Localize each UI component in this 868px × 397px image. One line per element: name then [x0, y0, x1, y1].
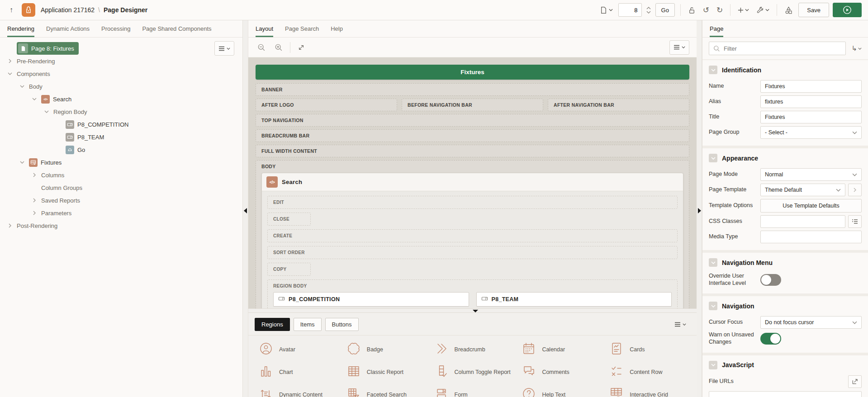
search-region-header[interactable]: </> Search: [262, 173, 683, 191]
tree-item-region-body[interactable]: Region Body: [3, 105, 242, 118]
tree-item-parameters[interactable]: Parameters: [3, 207, 242, 219]
tree-item-columns[interactable]: Columns: [3, 169, 242, 181]
tab-dynamic-actions[interactable]: Dynamic Actions: [46, 20, 90, 37]
gallery-menu-button[interactable]: [670, 317, 690, 331]
chevron-right-icon[interactable]: [6, 223, 14, 228]
undo-icon[interactable]: ↺: [701, 4, 711, 17]
save-button[interactable]: Save: [798, 3, 829, 17]
section-collapse-icon[interactable]: [709, 302, 717, 310]
tree-item-pre-rendering[interactable]: Pre-Rendering: [3, 55, 242, 67]
gallery-item-avatar[interactable]: Avatar: [256, 340, 343, 359]
chevron-down-icon[interactable]: [19, 85, 26, 88]
zoom-out-icon[interactable]: [256, 42, 267, 53]
gallery-item-chart[interactable]: Chart: [256, 363, 343, 381]
tab-page-shared-components[interactable]: Page Shared Components: [142, 20, 211, 37]
field-select-cursor-focus[interactable]: Do not focus cursor: [760, 316, 862, 329]
slot-top-navigation[interactable]: TOP NAVIGATION: [256, 114, 689, 127]
field-input-name[interactable]: Fixtures: [760, 80, 862, 93]
slot-edit[interactable]: EDIT: [267, 196, 678, 209]
css-classes-list-button[interactable]: [848, 215, 862, 228]
slot-close[interactable]: CLOSE: [267, 213, 311, 226]
layout-menu-button[interactable]: [669, 40, 689, 55]
chevron-down-icon[interactable]: [6, 72, 14, 75]
gallery-item-faceted-search[interactable]: Faceted Search: [343, 385, 431, 397]
tab-layout[interactable]: Layout: [256, 20, 273, 37]
toggle-override-user-interface-level[interactable]: [760, 274, 781, 286]
left-splitter[interactable]: [243, 20, 248, 397]
tab-rendering[interactable]: Rendering: [7, 20, 34, 37]
tree-item-post-rendering[interactable]: Post-Rendering: [3, 219, 242, 232]
gallery-item-breadcrumb[interactable]: Breadcrumb: [431, 340, 519, 359]
collapse-right-icon[interactable]: [698, 208, 701, 213]
slot-after-navigation-bar[interactable]: AFTER NAVIGATION BAR: [548, 99, 689, 111]
canvas-page-title-bar[interactable]: Fixtures: [256, 65, 689, 80]
field-select-page-template[interactable]: Theme Default: [760, 184, 845, 196]
tab-page[interactable]: Page: [710, 20, 723, 37]
expand-icon[interactable]: [296, 42, 307, 53]
gallery-item-classic-report[interactable]: Classic Report: [343, 363, 431, 381]
stepper-down-icon[interactable]: [646, 11, 651, 14]
tree-item-page-8-fixtures[interactable]: Page 8: Fixtures: [3, 42, 242, 55]
go-button[interactable]: Go: [655, 3, 675, 17]
tree-item-p8-competition[interactable]: P8_COMPETITION: [3, 118, 242, 131]
tree-item-go[interactable]: Go: [3, 143, 242, 156]
collapse-left-icon[interactable]: [244, 208, 247, 213]
stepper-up-icon[interactable]: [646, 7, 651, 9]
item-p8-competition[interactable]: P8_COMPETITION: [273, 292, 469, 307]
gallery-item-content-row[interactable]: Content Row: [606, 363, 694, 381]
gallery-item-cards[interactable]: Cards: [606, 340, 694, 359]
chevron-right-icon[interactable]: [31, 211, 38, 215]
chevron-down-icon[interactable]: [43, 110, 50, 113]
gallery-item-column-toggle-report[interactable]: Column Toggle Report: [431, 363, 519, 381]
slot-create[interactable]: CREATE: [267, 229, 678, 242]
filter-input[interactable]: [724, 45, 841, 52]
zoom-in-icon[interactable]: [273, 42, 285, 53]
open-template-button[interactable]: [848, 184, 862, 196]
field-input-css-classes[interactable]: [760, 215, 845, 228]
tree-item-p8-team[interactable]: P8_TEAM: [3, 131, 242, 143]
slot-copy[interactable]: COPY: [267, 263, 311, 276]
application-icon[interactable]: [22, 3, 35, 17]
field-button-template-options[interactable]: Use Template Defaults: [760, 199, 862, 213]
tree-item-search[interactable]: </>Search: [3, 93, 242, 105]
field-input-media-type[interactable]: [760, 231, 862, 243]
page-selector-button[interactable]: [598, 5, 615, 16]
section-collapse-icon[interactable]: [709, 66, 717, 74]
tree-item-body[interactable]: Body: [3, 80, 242, 93]
utilities-menu-button[interactable]: [754, 5, 771, 16]
chevron-down-icon[interactable]: [31, 98, 38, 100]
slot-breadcrumb-bar[interactable]: BREADCRUMB BAR: [256, 129, 689, 142]
gallery-item-interactive-grid[interactable]: Interactive Grid: [606, 385, 694, 397]
field-textarea-file-urls[interactable]: [709, 391, 862, 397]
redo-icon[interactable]: ↻: [715, 4, 725, 17]
gallery-item-form[interactable]: Form: [431, 385, 519, 397]
page-number-input[interactable]: [618, 3, 642, 17]
slot-region-body[interactable]: REGION BODYP8_COMPETITIONP8_TEAM: [267, 279, 678, 308]
tab-help[interactable]: Help: [331, 20, 343, 37]
tree-item-fixtures[interactable]: Fixtures: [3, 156, 242, 169]
tree-item-components[interactable]: Components: [3, 67, 242, 80]
field-input-alias[interactable]: fixtures: [760, 95, 862, 108]
gallery-item-dynamic-content[interactable]: Dynamic Content: [256, 385, 343, 397]
toggle-warn-on-unsaved-changes[interactable]: [760, 333, 781, 345]
tree-menu-button[interactable]: [214, 41, 234, 56]
field-select-page-group[interactable]: - Select -: [760, 126, 862, 139]
chevron-right-icon[interactable]: [31, 173, 38, 177]
slot-before-navigation-bar[interactable]: BEFORE NAVIGATION BAR: [402, 99, 543, 111]
shared-components-icon[interactable]: [783, 4, 795, 16]
item-p8-team[interactable]: P8_TEAM: [476, 292, 672, 307]
gallery-tab-regions[interactable]: Regions: [255, 318, 290, 331]
chevron-down-icon[interactable]: [19, 161, 26, 164]
section-collapse-icon[interactable]: [709, 258, 717, 267]
gallery-item-calendar[interactable]: Calendar: [518, 340, 606, 359]
gallery-item-badge[interactable]: Badge: [343, 340, 431, 359]
popout-editor-button[interactable]: [848, 375, 862, 388]
chevron-right-icon[interactable]: [6, 59, 14, 63]
field-input-title[interactable]: Fixtures: [760, 111, 862, 123]
right-splitter[interactable]: [697, 20, 702, 397]
section-collapse-icon[interactable]: [709, 154, 717, 162]
unlock-icon[interactable]: [686, 5, 697, 16]
slot-full-width-content[interactable]: FULL WIDTH CONTENT: [256, 145, 689, 157]
bottom-splitter[interactable]: [248, 308, 697, 313]
section-collapse-icon[interactable]: [709, 361, 717, 369]
